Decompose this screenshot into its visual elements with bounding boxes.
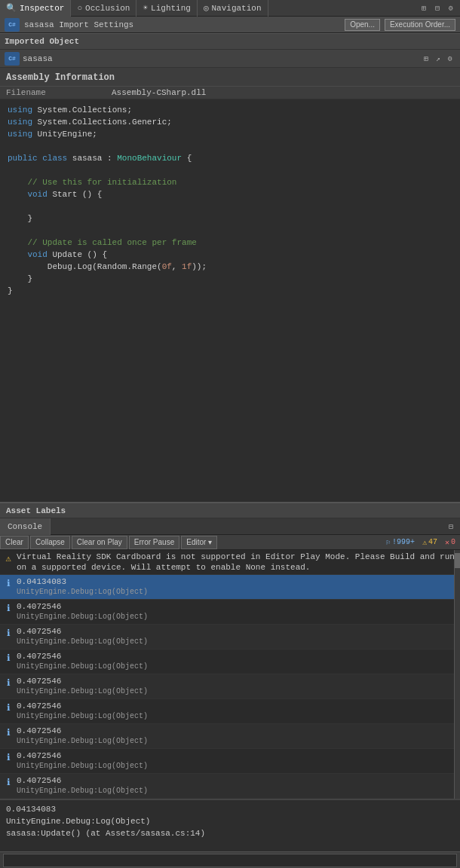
code-line-3: using UnityEngine; xyxy=(8,130,452,142)
tab-inspector-label: Inspector xyxy=(20,4,64,13)
error-badge[interactable]: ✕ 0 xyxy=(442,536,458,549)
import-settings-title: sasasa Import Settings xyxy=(24,20,340,29)
log-entry-7[interactable]: ℹ 0.4072546 UnityEngine.Debug:Log(Object… xyxy=(0,749,460,774)
log-info-icon-0: ℹ xyxy=(3,578,14,588)
tab-inspector[interactable]: 🔍 Inspector xyxy=(0,0,71,17)
assembly-title: Assembly Information xyxy=(0,68,460,86)
assembly-filename-row: Filename Assembly-CSharp.dll xyxy=(0,86,460,99)
error-count: 0 xyxy=(451,538,455,546)
error-pause-button[interactable]: Error Pause xyxy=(129,536,179,549)
vr-warn-icon: ⚠ xyxy=(3,553,14,564)
code-line-14: Debug.Log(Random.Range(0f, 1f)); xyxy=(8,262,452,274)
code-line-13: void Update () { xyxy=(8,250,452,262)
log-info-icon-6: ℹ xyxy=(3,727,14,738)
console-input[interactable] xyxy=(3,854,457,867)
log-text-0: 0.04134083 UnityEngine.Debug:Log(Object) xyxy=(17,576,457,598)
console-badges: ⚐ !999+ ⚠ 47 ✕ 0 xyxy=(383,536,460,549)
bottom-input-row xyxy=(0,851,460,868)
asset-labels-section: Asset Labels xyxy=(0,502,460,518)
console-tab[interactable]: Console xyxy=(0,518,51,535)
warn-badge[interactable]: ⚠ 47 xyxy=(419,536,440,549)
tab-navigation[interactable]: ◎ Navigation xyxy=(198,0,268,17)
scrollbar-thumb[interactable] xyxy=(455,553,460,568)
console-tab-row: Console ⊟ xyxy=(0,518,460,535)
log-entry-4[interactable]: ℹ 0.4072546 UnityEngine.Debug:Log(Object… xyxy=(0,674,460,699)
link-icon[interactable]: ↗ xyxy=(433,53,443,64)
log-text-5: 0.4072546 UnityEngine.Debug:Log(Object) xyxy=(17,701,457,722)
tab-lighting[interactable]: ☀ Lighting xyxy=(136,0,197,17)
imported-object-section: Imported Object xyxy=(0,33,460,50)
assembly-section: Assembly Information Filename Assembly-C… xyxy=(0,68,460,99)
log-text-1: 0.4072546 UnityEngine.Debug:Log(Object) xyxy=(17,601,457,622)
log-entry-2[interactable]: ℹ 0.4072546 UnityEngine.Debug:Log(Object… xyxy=(0,625,460,649)
console-tab-right: ⊟ xyxy=(445,521,460,533)
log-entries: ⚠ Virtual Reality SDK Cardboard is not s… xyxy=(0,550,460,799)
log-text-8: 0.4072546 UnityEngine.Debug:Log(Object) xyxy=(17,775,457,796)
settings-icon[interactable]: ⚙ xyxy=(445,2,457,14)
detail-line-2: UnityEngine.Debug:Log(Object) xyxy=(6,815,454,827)
scrollbar[interactable] xyxy=(454,550,460,799)
vr-warning-entry[interactable]: ⚠ Virtual Reality SDK Cardboard is not s… xyxy=(0,550,460,575)
tab-bar: 🔍 Inspector ○ Occlusion ☀ Lighting ◎ Nav… xyxy=(0,0,460,17)
info-badge[interactable]: ⚐ !999+ xyxy=(383,536,418,549)
code-area: using System.Collections; using System.C… xyxy=(0,99,460,502)
code-line-8: void Start () { xyxy=(8,190,452,202)
log-entry-8[interactable]: ℹ 0.4072546 UnityEngine.Debug:Log(Object… xyxy=(0,774,460,799)
code-line-10: } xyxy=(8,214,452,226)
log-entry-selected[interactable]: ℹ 0.04134083 UnityEngine.Debug:Log(Objec… xyxy=(0,575,460,600)
tab-lighting-label: Lighting xyxy=(151,4,191,13)
detail-line-3: sasasa:Update() (at Assets/sasasa.cs:14) xyxy=(6,827,454,839)
log-text-2: 0.4072546 UnityEngine.Debug:Log(Object) xyxy=(17,626,457,647)
asset-labels-label: Asset Labels xyxy=(6,506,66,515)
code-line-15: } xyxy=(8,274,452,286)
clear-on-play-button[interactable]: Clear on Play xyxy=(72,536,127,549)
lighting-icon: ☀ xyxy=(143,3,148,13)
open-button[interactable]: Open... xyxy=(345,19,380,31)
script-header: C# sasasa ⊞ ↗ ⚙ xyxy=(0,50,460,68)
detail-panel: 0.04134083 UnityEngine.Debug:Log(Object)… xyxy=(0,799,460,851)
log-text-7: 0.4072546 UnityEngine.Debug:Log(Object) xyxy=(17,750,457,772)
inspector-icon: 🔍 xyxy=(6,3,17,13)
console-toolbar: Clear Collapse Clear on Play Error Pause… xyxy=(0,535,460,550)
cs-badge-script: C# xyxy=(5,52,20,66)
collapse-button[interactable]: Collapse xyxy=(30,536,70,549)
tab-occlusion[interactable]: ○ Occlusion xyxy=(71,0,136,17)
console-settings-icon[interactable]: ⊟ xyxy=(445,521,457,533)
code-line-11 xyxy=(8,226,452,238)
log-entry-3[interactable]: ℹ 0.4072546 UnityEngine.Debug:Log(Object… xyxy=(0,649,460,674)
tab-occlusion-label: Occlusion xyxy=(85,4,130,13)
code-line-5: public class sasasa : MonoBehaviour { xyxy=(8,154,452,166)
execution-order-button[interactable]: Execution Order... xyxy=(385,19,455,31)
code-line-9 xyxy=(8,202,452,214)
warn-count: 47 xyxy=(428,538,437,546)
log-text-4: 0.4072546 UnityEngine.Debug:Log(Object) xyxy=(17,676,457,697)
editor-dropdown-button[interactable]: Editor ▾ xyxy=(181,536,217,549)
console-section: Console ⊟ Clear Collapse Clear on Play E… xyxy=(0,518,460,868)
log-entry-6[interactable]: ℹ 0.4072546 UnityEngine.Debug:Log(Object… xyxy=(0,724,460,749)
code-line-7: // Use this for initialization xyxy=(8,178,452,190)
main-panel: 🔍 Inspector ○ Occlusion ☀ Lighting ◎ Nav… xyxy=(0,0,460,868)
script-icons: ⊞ ↗ ⚙ xyxy=(421,53,455,64)
console-log-wrapper: ⚠ Virtual Reality SDK Cardboard is not s… xyxy=(0,550,460,799)
gear-icon[interactable]: ⚙ xyxy=(445,53,455,64)
code-line-12: // Update is called once per frame xyxy=(8,238,452,250)
script-name: sasasa xyxy=(23,54,418,63)
select-icon[interactable]: ⊞ xyxy=(421,53,431,64)
log-entry-1[interactable]: ℹ 0.4072546 UnityEngine.Debug:Log(Object… xyxy=(0,600,460,625)
console-tab-label: Console xyxy=(8,522,42,531)
minimize-icon[interactable]: ⊟ xyxy=(431,2,443,14)
log-info-icon-8: ℹ xyxy=(3,777,14,787)
code-line-2: using System.Collections.Generic; xyxy=(8,118,452,130)
code-line-16: } xyxy=(8,286,452,298)
tab-icons: ⊞ ⊟ ⚙ xyxy=(418,2,460,14)
info-icon: ⚐ xyxy=(386,538,391,547)
code-line-6 xyxy=(8,166,452,178)
assembly-filename-label: Filename xyxy=(6,88,112,97)
log-entry-5[interactable]: ℹ 0.4072546 UnityEngine.Debug:Log(Object… xyxy=(0,699,460,724)
log-info-icon-3: ℹ xyxy=(3,653,14,663)
log-info-icon-7: ℹ xyxy=(3,752,14,763)
clear-button[interactable]: Clear xyxy=(0,536,29,549)
error-icon: ✕ xyxy=(445,538,449,547)
import-settings-header: C# sasasa Import Settings Open... Execut… xyxy=(0,17,460,33)
maximize-icon[interactable]: ⊞ xyxy=(418,2,430,14)
